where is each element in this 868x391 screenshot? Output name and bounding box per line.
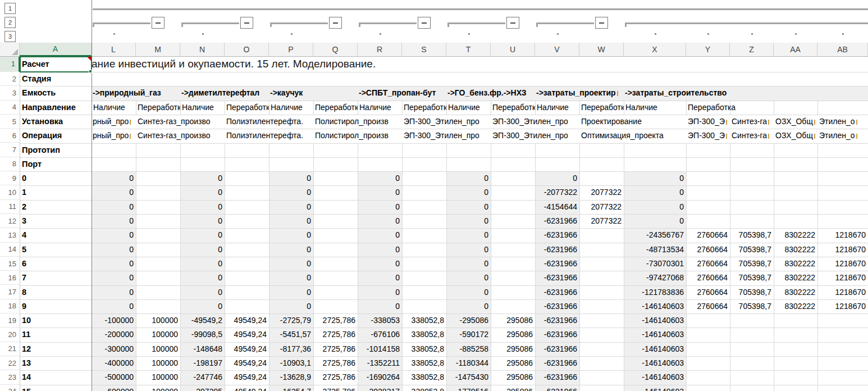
data-cell-N9[interactable]: 0 <box>180 171 225 185</box>
data-cell-L11[interactable]: 0 <box>92 200 136 214</box>
data-cell-R20[interactable]: -676106 <box>358 328 402 342</box>
direction-cell[interactable]: Переработка <box>136 101 180 115</box>
data-cell-AB16[interactable]: 1218670 <box>817 271 868 285</box>
data-cell-P12[interactable]: 0 <box>269 214 313 228</box>
data-cell-V15[interactable]: -6231966 <box>535 257 579 271</box>
data-cell-AB17[interactable]: 1218670 <box>817 285 868 299</box>
collapse-group-button[interactable] <box>240 17 253 29</box>
row-header-7[interactable]: 7 <box>0 143 20 157</box>
data-cell-V23[interactable]: -6231966 <box>535 370 579 384</box>
data-cell-Y18[interactable]: 2760664 <box>686 299 730 313</box>
data-cell-V10[interactable]: -2077322 <box>535 185 579 199</box>
row-header-23[interactable]: 23 <box>0 370 20 384</box>
data-cell-S21[interactable]: 338052,8 <box>402 342 446 356</box>
data-cell-L12[interactable]: 0 <box>92 214 136 228</box>
data-cell-X20[interactable]: -146140603 <box>624 328 686 342</box>
row-label-2[interactable]: Стадия <box>20 72 92 86</box>
data-cell-AB15[interactable]: 1218670 <box>817 257 868 271</box>
data-cell-L17[interactable]: 0 <box>92 285 136 299</box>
data-cell-L15[interactable]: 0 <box>92 257 136 271</box>
data-cell-S24[interactable]: 338052,8 <box>402 385 446 391</box>
direction-cell[interactable]: Наличие <box>624 101 686 115</box>
year-label[interactable]: 12 <box>20 342 92 356</box>
data-cell-T18[interactable]: 0 <box>446 299 491 313</box>
operation-cell[interactable]: Оптимизация_проекта <box>581 129 664 143</box>
row-header-19[interactable]: 19 <box>0 313 20 328</box>
select-all-corner[interactable] <box>0 43 20 56</box>
data-cell-P15[interactable]: 0 <box>269 257 313 271</box>
data-cell-X13[interactable]: -24356767 <box>624 228 686 242</box>
row-header-24[interactable]: 24 <box>0 385 20 391</box>
data-cell-Z15[interactable]: 705398,7 <box>730 257 774 271</box>
data-cell-L14[interactable]: 0 <box>92 243 136 257</box>
data-cell-N11[interactable]: 0 <box>180 200 225 214</box>
data-cell-S20[interactable]: 338052,8 <box>402 328 446 342</box>
column-header-W[interactable]: W <box>579 43 624 56</box>
data-cell-N17[interactable]: 0 <box>180 285 225 299</box>
data-cell-R17[interactable]: 0 <box>358 285 402 299</box>
data-cell-O22[interactable]: 49549,24 <box>225 356 269 370</box>
data-cell-T10[interactable]: 0 <box>446 185 491 199</box>
column-header-L[interactable]: L <box>92 43 136 56</box>
direction-cell[interactable]: Переработка <box>313 101 358 115</box>
collapse-group-button[interactable] <box>595 17 608 29</box>
data-cell-N16[interactable]: 0 <box>180 271 225 285</box>
data-cell-L9[interactable]: 0 <box>92 171 136 185</box>
row-label-7[interactable]: Прототип <box>20 143 92 157</box>
data-cell-L10[interactable]: 0 <box>92 185 136 199</box>
data-cell-T23[interactable]: -1475430 <box>446 370 491 384</box>
data-cell-L20[interactable]: -200000 <box>92 328 136 342</box>
row-header-5[interactable]: 5 <box>0 115 20 129</box>
row-header-15[interactable]: 15 <box>0 257 20 271</box>
operation-cell[interactable]: ОЗХ_Общ <box>775 129 815 143</box>
data-cell-U21[interactable]: 295086 <box>491 342 535 356</box>
group-header[interactable]: ->затраты_строительство <box>625 86 727 100</box>
column-header-Z[interactable]: Z <box>730 43 774 56</box>
data-cell-V12[interactable]: -6231966 <box>535 214 579 228</box>
data-cell-O23[interactable]: 49549,24 <box>225 370 269 384</box>
data-cell-Q21[interactable]: 2725,786 <box>313 342 358 356</box>
data-cell-T13[interactable]: 0 <box>446 228 491 242</box>
row-header-22[interactable]: 22 <box>0 356 20 370</box>
data-cell-M20[interactable]: 100000 <box>136 328 180 342</box>
data-cell-S23[interactable]: 338052,8 <box>402 370 446 384</box>
row-header-17[interactable]: 17 <box>0 285 20 299</box>
year-label[interactable]: 7 <box>20 271 92 285</box>
row-header-12[interactable]: 12 <box>0 214 20 228</box>
data-cell-W12[interactable]: 2077322 <box>579 214 624 228</box>
data-cell-V9[interactable]: 0 <box>535 171 579 185</box>
data-cell-AA14[interactable]: 8302222 <box>774 243 817 257</box>
operation-cell[interactable]: ЭП-300_Этилен_про <box>404 129 479 143</box>
data-cell-AB14[interactable]: 1218670 <box>817 243 868 257</box>
data-cell-R21[interactable]: -1014158 <box>358 342 402 356</box>
data-cell-Y15[interactable]: 2760664 <box>686 257 730 271</box>
operation-cell[interactable]: Этилен_о <box>819 129 857 143</box>
data-cell-Z17[interactable]: 705398,7 <box>730 285 774 299</box>
column-header-A[interactable]: A <box>20 43 92 56</box>
data-cell-V20[interactable]: -6231966 <box>535 328 579 342</box>
data-cell-N10[interactable]: 0 <box>180 185 225 199</box>
data-cell-X12[interactable]: 0 <box>624 214 686 228</box>
data-cell-R22[interactable]: -1352211 <box>358 356 402 370</box>
data-cell-P24[interactable]: -16354,7 <box>269 385 313 391</box>
data-cell-AA16[interactable]: 8302222 <box>774 271 817 285</box>
data-cell-R9[interactable]: 0 <box>358 171 402 185</box>
direction-cell[interactable]: Наличие <box>269 101 313 115</box>
data-cell-T24[interactable]: -1770516 <box>446 385 491 391</box>
data-cell-N15[interactable]: 0 <box>180 257 225 271</box>
row-header-4[interactable]: 4 <box>0 101 20 115</box>
data-cell-P19[interactable]: -2725,79 <box>269 313 313 328</box>
year-label[interactable]: 4 <box>20 228 92 242</box>
operation-cell[interactable]: ЭП-300_Этилен_про <box>492 129 568 143</box>
data-cell-P16[interactable]: 0 <box>269 271 313 285</box>
operation-cell[interactable]: рный_про <box>93 129 131 143</box>
data-cell-X18[interactable]: -146140603 <box>624 299 686 313</box>
year-label[interactable]: 3 <box>20 214 92 228</box>
data-cell-Y17[interactable]: 2760664 <box>686 285 730 299</box>
direction-cell[interactable]: Наличие <box>358 101 402 115</box>
data-cell-N24[interactable]: -297295 <box>180 385 225 391</box>
column-header-N[interactable]: N <box>180 43 225 56</box>
data-cell-L18[interactable]: 0 <box>92 299 136 313</box>
year-label[interactable]: 13 <box>20 356 92 370</box>
direction-cell[interactable]: Переработка <box>579 101 624 115</box>
